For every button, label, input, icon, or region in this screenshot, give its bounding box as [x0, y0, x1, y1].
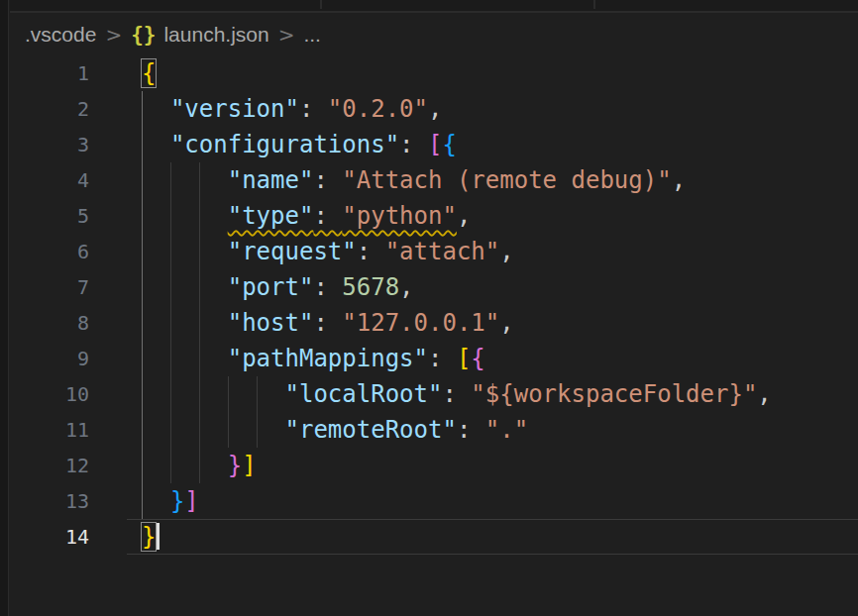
indent-guide: [199, 341, 200, 376]
indent-guide: [170, 234, 171, 269]
code-token: ,: [428, 95, 442, 123]
code-line[interactable]: 7"port": 5678,: [0, 269, 858, 305]
code-line[interactable]: 5"type": "python",: [0, 198, 858, 234]
breadcrumb-item-vscode[interactable]: .vscode: [25, 23, 96, 47]
active-indent-guide: [142, 305, 143, 341]
code-line[interactable]: 13}]: [0, 483, 858, 519]
warning-squiggle-token: "python": [342, 202, 457, 230]
code-token: {: [442, 131, 456, 158]
code-line[interactable]: 10"localRoot": "${workspaceFolder}",: [0, 376, 858, 412]
breadcrumb-item-symbol-path[interactable]: ...: [303, 23, 321, 47]
line-number[interactable]: 5: [0, 198, 89, 234]
code-line[interactable]: 2"version": "0.2.0",: [0, 91, 858, 127]
code-token: "request": [228, 238, 357, 265]
line-number[interactable]: 6: [0, 234, 89, 269]
code-line-content[interactable]: "name": "Attach (remote debug)",: [142, 162, 686, 198]
code-line-content[interactable]: "pathMappings": [{: [142, 341, 485, 376]
code-token: ".": [485, 416, 528, 444]
active-indent-guide: [142, 198, 143, 234]
code-token: }: [170, 487, 184, 515]
tab-strip[interactable]: [10, 0, 858, 13]
code-token: "${workspaceFolder}": [471, 380, 757, 408]
line-number[interactable]: 14: [0, 519, 89, 555]
code-token: ,: [457, 202, 471, 230]
code-token: "remoteRoot": [285, 416, 457, 444]
code-token: ]: [184, 487, 198, 515]
code-token: ]: [242, 452, 256, 479]
active-indent-guide: [142, 127, 143, 162]
code-line[interactable]: 4"name": "Attach (remote debug)",: [0, 162, 858, 198]
code-token: "0.2.0": [328, 95, 428, 123]
code-line[interactable]: 9"pathMappings": [{: [0, 341, 858, 376]
indent-guide: [199, 198, 200, 234]
code-line-content[interactable]: "version": "0.2.0",: [142, 91, 442, 127]
code-token: "version": [170, 95, 299, 123]
line-number[interactable]: 10: [0, 376, 89, 412]
active-indent-guide: [142, 412, 143, 448]
bracket-match-box: {: [142, 59, 156, 87]
line-number[interactable]: 1: [0, 55, 89, 91]
active-indent-guide: [142, 234, 143, 269]
warning-squiggle-token: "type": [228, 202, 314, 230]
code-line-content[interactable]: "remoteRoot": ".": [142, 412, 528, 448]
code-line-content[interactable]: "port": 5678,: [142, 269, 414, 305]
code-line[interactable]: 12}]: [0, 448, 858, 483]
line-number[interactable]: 4: [0, 162, 89, 198]
indent-guide: [257, 412, 258, 448]
warning-squiggle-token: :: [313, 202, 342, 230]
code-line-content[interactable]: }]: [142, 483, 199, 519]
line-number[interactable]: 13: [0, 483, 89, 519]
text-cursor: [157, 523, 160, 550]
active-indent-guide: [142, 162, 143, 198]
code-token: "127.0.0.1": [342, 309, 499, 337]
code-line-content[interactable]: }: [142, 519, 160, 555]
code-line-content[interactable]: "type": "python",: [142, 198, 471, 234]
line-number[interactable]: 12: [0, 448, 89, 483]
line-number[interactable]: 3: [0, 127, 89, 162]
code-token: "port": [228, 273, 314, 301]
line-number[interactable]: 7: [0, 269, 89, 305]
code-line-content[interactable]: "configurations": [{: [142, 127, 457, 162]
code-token: :: [399, 131, 428, 158]
breadcrumb-item-launch-json[interactable]: launch.json: [163, 23, 268, 47]
indent-guide: [170, 448, 171, 483]
indent-guide: [199, 376, 200, 412]
indent-guide: [170, 376, 171, 412]
code-token: :: [357, 238, 385, 265]
indent-guide: [228, 412, 229, 448]
code-token: :: [313, 273, 342, 301]
indent-guide: [199, 412, 200, 448]
active-indent-guide: [142, 341, 143, 376]
tab-divider: [593, 0, 595, 9]
code-line-content[interactable]: "localRoot": "${workspaceFolder}",: [142, 376, 772, 412]
line-number[interactable]: 2: [0, 91, 89, 127]
indent-guide: [199, 305, 200, 341]
bracket-match-box: }: [142, 523, 156, 551]
line-number[interactable]: 8: [0, 305, 89, 341]
line-number[interactable]: 9: [0, 341, 89, 376]
chevron-right-icon: >: [96, 23, 131, 47]
code-token: [: [457, 345, 471, 372]
code-line[interactable]: 8"host": "127.0.0.1",: [0, 305, 858, 341]
code-line-content[interactable]: {: [142, 55, 156, 91]
code-line[interactable]: 11"remoteRoot": ".": [0, 412, 858, 448]
code-token: :: [457, 416, 485, 444]
active-indent-guide: [142, 376, 143, 412]
code-line-content[interactable]: "host": "127.0.0.1",: [142, 305, 514, 341]
line-number[interactable]: 11: [0, 412, 89, 448]
active-indent-guide: [142, 448, 143, 483]
code-line-content[interactable]: }]: [142, 448, 257, 483]
indent-guide: [199, 448, 200, 483]
code-line[interactable]: 6"request": "attach",: [0, 234, 858, 269]
code-line-content[interactable]: "request": "attach",: [142, 234, 514, 269]
indent-guide: [170, 412, 171, 448]
editor-code-area[interactable]: 1{2"version": "0.2.0",3"configurations":…: [0, 55, 858, 616]
code-line[interactable]: 14}: [0, 519, 858, 555]
chevron-right-icon: >: [269, 23, 304, 47]
code-line[interactable]: 3"configurations": [{: [0, 127, 858, 162]
code-token: {: [471, 345, 484, 372]
indent-guide: [257, 376, 258, 412]
code-line[interactable]: 1{: [0, 55, 858, 91]
json-braces-icon: {}: [131, 23, 156, 47]
code-token: :: [428, 345, 457, 372]
